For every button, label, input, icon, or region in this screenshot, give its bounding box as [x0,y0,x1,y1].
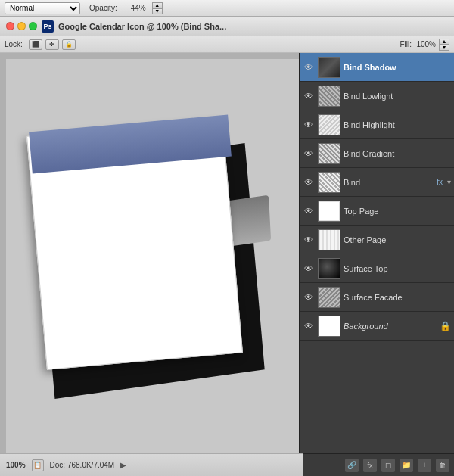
fx-icon[interactable]: fx [363,459,377,472]
group-icon[interactable]: 📁 [400,459,413,472]
visibility-icon[interactable]: 👁 [303,90,315,102]
fill-value: 100% [415,40,436,48]
opacity-down[interactable]: ▼ [152,8,163,14]
fill-down[interactable]: ▼ [439,45,449,51]
layers-bottom-panel: 🔗 fx ◻ 📁 + 🗑 [303,453,454,476]
layer-name: Bind Shadow [344,63,451,72]
layer-name: Bind Lowlight [344,92,451,101]
artwork-container [14,82,271,422]
layer-row[interactable]: 👁 Background 🔒 [300,312,454,341]
layer-thumbnail [318,201,340,222]
visibility-icon[interactable]: 👁 [303,263,315,275]
canvas-area[interactable] [0,53,299,453]
delete-icon[interactable]: 🗑 [436,459,449,472]
blend-mode-select[interactable]: Normal [5,2,80,14]
layer-row[interactable]: 👁 Bind Highlight [300,110,454,139]
visibility-icon[interactable]: 👁 [303,61,315,73]
lock-bar: Lock: ⬛ ✛ 🔒 Fill: 100% ▲ ▼ [0,36,454,53]
nav-right-arrow[interactable]: ▶ [120,461,126,469]
traffic-lights [6,22,37,30]
snapshot-icon[interactable]: 📋 [32,459,44,471]
lock-position-btn[interactable]: ✛ [45,39,59,50]
opacity-stepper[interactable]: ▲ ▼ [152,2,163,14]
fill-up[interactable]: ▲ [439,39,449,45]
layer-row[interactable]: 👁 Surface Top [300,254,454,283]
layer-thumbnail [318,114,340,135]
layer-row[interactable]: 👁 Bind fx ▾ [300,168,454,197]
fill-stepper[interactable]: ▲ ▼ [439,39,449,51]
zoom-value: 100% [6,461,26,469]
visibility-icon[interactable]: 👁 [303,176,315,188]
opacity-value: 44% [123,4,146,12]
layer-thumbnail [318,229,340,250]
layer-row[interactable]: 👁 Top Page [300,197,454,226]
opacity-label: Opacity: [89,4,117,12]
layer-thumbnail [318,172,340,193]
layer-thumbnail [318,143,340,164]
layer-name: Bind [344,178,434,187]
lock-label: Lock: [5,40,23,48]
lock-all-btn[interactable]: 🔒 [62,39,76,50]
fill-label: Fill: [400,40,412,48]
layer-row[interactable]: 👁 Bind Lowlight [300,82,454,110]
layer-name: Other Page [344,235,451,244]
main-content: 👁 Bind Shadow 👁 Bind Lowlight 👁 Bind Hig… [0,53,454,453]
maximize-button[interactable] [29,22,37,30]
layer-name: Surface Facade [344,293,451,302]
doc-info: Doc: 768.0K/7.04M [50,461,115,469]
layer-name: Background [344,322,437,331]
visibility-icon[interactable]: 👁 [303,148,315,160]
layer-thumbnail [318,287,340,308]
blend-opacity-bar: Normal Opacity: 44% ▲ ▼ [0,0,454,17]
layer-thumbnail [318,57,340,78]
layer-row[interactable]: 👁 Other Page [300,226,454,254]
layer-name: Bind Gradient [344,149,451,158]
minimize-button[interactable] [17,22,26,30]
layer-thumbnail [318,316,340,337]
layer-name: Surface Top [344,264,451,273]
layers-panel: 👁 Bind Shadow 👁 Bind Lowlight 👁 Bind Hig… [299,53,454,453]
canvas-inner [6,59,299,453]
layer-thumbnail [318,86,340,107]
fx-arrow[interactable]: ▾ [447,178,451,186]
opacity-up[interactable]: ▲ [152,2,163,8]
visibility-icon[interactable]: 👁 [303,119,315,131]
lock-icon: 🔒 [440,321,451,331]
ps-icon: Ps [42,20,54,33]
layer-name: Bind Highlight [344,120,451,129]
visibility-icon[interactable]: 👁 [303,291,315,303]
layer-name: Top Page [344,207,451,216]
visibility-icon[interactable]: 👁 [303,320,315,332]
layer-row[interactable]: 👁 Surface Facade [300,283,454,312]
fx-badge: fx [437,178,443,186]
layer-row[interactable]: 👁 Bind Gradient [300,139,454,168]
close-button[interactable] [6,22,14,30]
visibility-icon[interactable]: 👁 [303,205,315,217]
mask-icon[interactable]: ◻ [381,459,395,472]
visibility-icon[interactable]: 👁 [303,234,315,246]
layer-thumbnail [318,258,340,279]
link-icon[interactable]: 🔗 [345,459,359,472]
window-title: Google Calendar Icon @ 100% (Bind Sha... [58,22,226,31]
lock-pixels-btn[interactable]: ⬛ [29,39,42,50]
new-layer-icon[interactable]: + [418,459,431,472]
layer-row[interactable]: 👁 Bind Shadow [300,53,454,82]
title-bar: Ps Google Calendar Icon @ 100% (Bind Sha… [0,17,454,36]
